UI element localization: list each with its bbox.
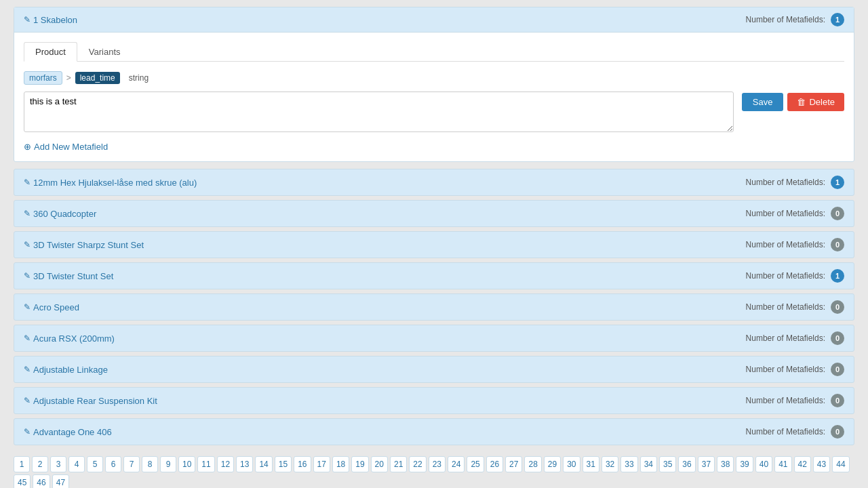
page-number-link[interactable]: 39	[736, 456, 753, 472]
product-edit-icon: ✎	[24, 271, 31, 281]
product-list-item[interactable]: ✎ Advantage One 406 Number of Metafields…	[14, 418, 854, 445]
page-number-link[interactable]: 12	[217, 456, 234, 472]
product-name-link[interactable]: ✎ Advantage One 406	[24, 427, 112, 437]
page-number-link[interactable]: 8	[142, 456, 158, 472]
page-number-link[interactable]: 23	[429, 456, 446, 472]
page-number-link[interactable]: 11	[197, 456, 214, 472]
save-button[interactable]: Save	[742, 93, 784, 111]
page-number-link[interactable]: 1	[14, 456, 30, 472]
product-metafield-count: Number of Metafields: 0	[746, 331, 844, 345]
page-number-link[interactable]: 3	[50, 456, 66, 472]
product-count-badge: 0	[831, 394, 844, 407]
product-name-link[interactable]: ✎ Adjustable Linkage	[24, 365, 108, 375]
page-number-link[interactable]: 31	[583, 456, 599, 472]
page-number-link[interactable]: 17	[313, 456, 330, 472]
page-number-link[interactable]: 14	[255, 456, 272, 472]
metafields-count-label: Number of Metafields:	[746, 271, 825, 281]
page-number-link[interactable]: 16	[294, 456, 311, 472]
page-number-link[interactable]: 10	[178, 456, 195, 472]
page-number-link[interactable]: 20	[371, 456, 388, 472]
page-number-link[interactable]: 36	[678, 456, 695, 472]
metafields-count-label: Number of Metafields:	[746, 240, 825, 249]
product-list-item[interactable]: ✎ Acro Speed Number of Metafields: 0	[14, 293, 854, 321]
page-number-link[interactable]: 6	[105, 456, 121, 472]
product-name-link[interactable]: ✎ Acro Speed	[24, 302, 79, 312]
page-number-link[interactable]: 13	[236, 456, 253, 472]
product-name-link[interactable]: ✎ Acura RSX (200mm)	[24, 333, 115, 344]
product-name: Acro Speed	[33, 302, 79, 312]
product-name: 3D Twister Sharpz Stunt Set	[33, 240, 144, 250]
page-number-link[interactable]: 46	[33, 474, 50, 488]
skabelon-header[interactable]: ✎ 1 Skabelon Number of Metafields: 1	[14, 7, 854, 32]
product-name: Advantage One 406	[33, 427, 112, 437]
page-number-link[interactable]: 26	[486, 456, 503, 472]
product-metafield-count: Number of Metafields: 1	[746, 269, 844, 283]
page-number-link[interactable]: 44	[832, 456, 849, 472]
path-key: lead_time	[75, 72, 120, 84]
page-number-link[interactable]: 24	[448, 456, 465, 472]
page-number-link[interactable]: 9	[160, 456, 176, 472]
tab-product[interactable]: Product	[24, 42, 77, 62]
product-count-badge: 0	[831, 238, 844, 251]
product-list-item[interactable]: ✎ Adjustable Linkage Number of Metafield…	[14, 356, 854, 383]
product-list-item[interactable]: ✎ 3D Twister Stunt Set Number of Metafie…	[14, 262, 854, 289]
page-number-link[interactable]: 30	[563, 456, 580, 472]
product-name-link[interactable]: ✎ Adjustable Rear Suspension Kit	[24, 396, 157, 406]
product-name-link[interactable]: ✎ 3D Twister Stunt Set	[24, 271, 113, 281]
page-number-link[interactable]: 37	[698, 456, 715, 472]
page-number-link[interactable]: 22	[409, 456, 426, 472]
product-count-badge: 0	[831, 363, 844, 376]
page-number-link[interactable]: 18	[332, 456, 349, 472]
product-metafield-count: Number of Metafields: 0	[746, 207, 844, 220]
product-list-item[interactable]: ✎ Acura RSX (200mm) Number of Metafields…	[14, 325, 854, 352]
page-number-link[interactable]: 38	[717, 456, 734, 472]
product-name-link[interactable]: ✎ 12mm Hex Hjulaksel-låse med skrue (alu…	[24, 178, 197, 188]
page-number-link[interactable]: 7	[123, 456, 140, 472]
path-namespace: morfars	[24, 71, 62, 85]
product-metafield-count: Number of Metafields: 0	[746, 238, 844, 251]
page-number-link[interactable]: 27	[505, 456, 522, 472]
product-list-item[interactable]: ✎ 360 Quadcopter Number of Metafields: 0	[14, 200, 854, 227]
product-tabs: Product Variants	[24, 42, 844, 62]
product-list-item[interactable]: ✎ 3D Twister Sharpz Stunt Set Number of …	[14, 231, 854, 258]
page-number-link[interactable]: 4	[68, 456, 85, 472]
skabelon-title-link[interactable]: ✎ 1 Skabelon	[24, 15, 77, 25]
metafield-input-row: this is a test Save 🗑 Delete	[24, 92, 844, 132]
product-name-link[interactable]: ✎ 360 Quadcopter	[24, 209, 96, 219]
page-number-link[interactable]: 21	[390, 456, 407, 472]
product-edit-icon: ✎	[24, 240, 31, 249]
page-number-link[interactable]: 35	[659, 456, 676, 472]
metafields-count-label: Number of Metafields:	[746, 396, 825, 405]
page-number-link[interactable]: 5	[87, 456, 103, 472]
product-list-item[interactable]: ✎ Adjustable Rear Suspension Kit Number …	[14, 387, 854, 414]
pagination: 1234567891011121314151617181920212223242…	[14, 452, 854, 488]
metafields-label: Number of Metafields:	[746, 15, 825, 24]
page-number-link[interactable]: 25	[467, 456, 484, 472]
product-count-badge: 0	[831, 207, 844, 220]
product-list: ✎ 12mm Hex Hjulaksel-låse med skrue (alu…	[14, 169, 854, 445]
page-number-link[interactable]: 33	[620, 456, 637, 472]
page-number-link[interactable]: 43	[813, 456, 830, 472]
page-number-link[interactable]: 29	[544, 456, 561, 472]
tab-variants[interactable]: Variants	[77, 42, 132, 62]
page-number-link[interactable]: 45	[14, 474, 31, 488]
add-metafield-link[interactable]: ⊕ Add New Metafield	[24, 142, 844, 152]
metafields-count-label: Number of Metafields:	[746, 333, 825, 343]
metafield-value-textarea[interactable]: this is a test	[24, 92, 734, 132]
product-name-link[interactable]: ✎ 3D Twister Sharpz Stunt Set	[24, 240, 144, 250]
page-number-link[interactable]: 2	[32, 456, 48, 472]
skabelon-content: Product Variants morfars > lead_time str…	[14, 32, 854, 161]
page-number-link[interactable]: 19	[351, 456, 368, 472]
page-number-link[interactable]: 42	[794, 456, 811, 472]
page-number-link[interactable]: 32	[601, 456, 618, 472]
page-number-link[interactable]: 47	[52, 474, 69, 488]
product-list-item[interactable]: ✎ 12mm Hex Hjulaksel-låse med skrue (alu…	[14, 169, 854, 196]
page-number-link[interactable]: 34	[640, 456, 657, 472]
page-number-link[interactable]: 28	[524, 456, 541, 472]
product-metafield-count: Number of Metafields: 0	[746, 363, 844, 376]
product-name: Adjustable Rear Suspension Kit	[33, 396, 157, 406]
page-number-link[interactable]: 15	[275, 456, 292, 472]
delete-button[interactable]: 🗑 Delete	[787, 93, 844, 111]
page-number-link[interactable]: 41	[774, 456, 791, 472]
page-number-link[interactable]: 40	[755, 456, 772, 472]
